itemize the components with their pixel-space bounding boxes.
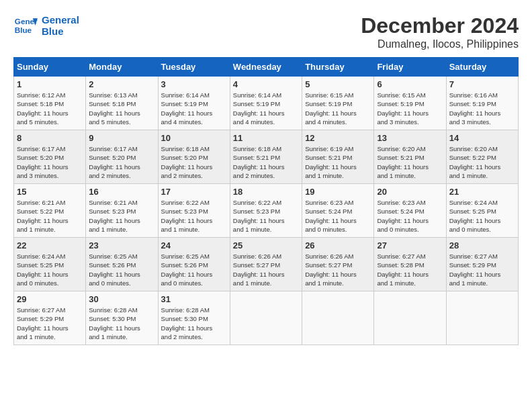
day-info: Sunrise: 6:18 AM Sunset: 5:20 PM Dayligh… [161, 144, 227, 180]
day-number: 24 [161, 240, 227, 250]
day-info: Sunrise: 6:17 AM Sunset: 5:20 PM Dayligh… [17, 144, 83, 180]
day-info: Sunrise: 6:21 AM Sunset: 5:22 PM Dayligh… [17, 198, 83, 234]
day-number: 16 [89, 187, 154, 197]
day-number: 4 [233, 79, 299, 89]
logo-blue: Blue [42, 26, 79, 37]
calendar-cell: 25Sunrise: 6:26 AM Sunset: 5:27 PM Dayli… [230, 238, 302, 291]
calendar-cell: 7Sunrise: 6:16 AM Sunset: 5:19 PM Daylig… [446, 77, 518, 130]
calendar-cell [302, 291, 374, 345]
day-number: 31 [161, 294, 227, 304]
logo: General Blue General Blue [13, 13, 79, 38]
day-number: 25 [233, 240, 299, 250]
calendar-cell: 19Sunrise: 6:23 AM Sunset: 5:24 PM Dayli… [302, 184, 374, 238]
weekday-header-tuesday: Tuesday [158, 58, 230, 77]
day-info: Sunrise: 6:26 AM Sunset: 5:27 PM Dayligh… [233, 252, 299, 287]
calendar-cell [374, 291, 446, 345]
calendar-cell: 22Sunrise: 6:24 AM Sunset: 5:25 PM Dayli… [14, 238, 86, 291]
weekday-header-thursday: Thursday [302, 58, 374, 77]
day-info: Sunrise: 6:24 AM Sunset: 5:25 PM Dayligh… [17, 252, 83, 287]
calendar-week-1: 1Sunrise: 6:12 AM Sunset: 5:18 PM Daylig… [14, 77, 519, 130]
calendar-week-4: 22Sunrise: 6:24 AM Sunset: 5:25 PM Dayli… [14, 238, 519, 291]
day-info: Sunrise: 6:27 AM Sunset: 5:29 PM Dayligh… [449, 252, 515, 287]
day-info: Sunrise: 6:25 AM Sunset: 5:26 PM Dayligh… [161, 252, 227, 287]
calendar-cell: 30Sunrise: 6:28 AM Sunset: 5:30 PM Dayli… [86, 291, 158, 345]
day-number: 18 [233, 187, 299, 197]
calendar-cell: 23Sunrise: 6:25 AM Sunset: 5:26 PM Dayli… [86, 238, 158, 291]
day-info: Sunrise: 6:26 AM Sunset: 5:27 PM Dayligh… [305, 252, 371, 287]
day-number: 13 [377, 133, 443, 143]
day-number: 1 [17, 79, 83, 89]
calendar-cell: 16Sunrise: 6:21 AM Sunset: 5:23 PM Dayli… [86, 184, 158, 238]
day-number: 21 [449, 187, 515, 197]
day-number: 26 [305, 240, 371, 250]
weekday-header-friday: Friday [374, 58, 446, 77]
day-info: Sunrise: 6:15 AM Sunset: 5:19 PM Dayligh… [377, 91, 443, 126]
day-number: 15 [17, 187, 83, 197]
day-info: Sunrise: 6:13 AM Sunset: 5:18 PM Dayligh… [89, 91, 154, 126]
day-info: Sunrise: 6:17 AM Sunset: 5:20 PM Dayligh… [89, 144, 154, 180]
calendar-table: SundayMondayTuesdayWednesdayThursdayFrid… [13, 57, 519, 345]
calendar-cell: 13Sunrise: 6:20 AM Sunset: 5:21 PM Dayli… [374, 130, 446, 184]
calendar-cell: 8Sunrise: 6:17 AM Sunset: 5:20 PM Daylig… [14, 130, 86, 184]
day-number: 8 [17, 133, 83, 143]
day-info: Sunrise: 6:25 AM Sunset: 5:26 PM Dayligh… [89, 252, 154, 287]
day-number: 22 [17, 240, 83, 250]
logo-icon: General Blue [13, 13, 38, 38]
calendar-cell: 31Sunrise: 6:28 AM Sunset: 5:30 PM Dayli… [158, 291, 230, 345]
calendar-cell: 28Sunrise: 6:27 AM Sunset: 5:29 PM Dayli… [446, 238, 518, 291]
day-info: Sunrise: 6:18 AM Sunset: 5:21 PM Dayligh… [233, 144, 299, 180]
calendar-cell [446, 291, 518, 345]
day-info: Sunrise: 6:15 AM Sunset: 5:19 PM Dayligh… [305, 91, 371, 126]
calendar-cell [230, 291, 302, 345]
calendar-cell: 17Sunrise: 6:22 AM Sunset: 5:23 PM Dayli… [158, 184, 230, 238]
calendar-cell: 6Sunrise: 6:15 AM Sunset: 5:19 PM Daylig… [374, 77, 446, 130]
weekday-header-saturday: Saturday [446, 58, 518, 77]
calendar-week-2: 8Sunrise: 6:17 AM Sunset: 5:20 PM Daylig… [14, 130, 519, 184]
calendar-cell: 10Sunrise: 6:18 AM Sunset: 5:20 PM Dayli… [158, 130, 230, 184]
day-info: Sunrise: 6:27 AM Sunset: 5:28 PM Dayligh… [377, 252, 443, 287]
day-number: 9 [89, 133, 154, 143]
calendar-cell: 20Sunrise: 6:23 AM Sunset: 5:24 PM Dayli… [374, 184, 446, 238]
day-number: 17 [161, 187, 227, 197]
calendar-cell: 4Sunrise: 6:14 AM Sunset: 5:19 PM Daylig… [230, 77, 302, 130]
location-title: Dumalneg, Ilocos, Philippines [361, 38, 519, 50]
day-number: 2 [89, 79, 154, 89]
calendar-cell: 18Sunrise: 6:22 AM Sunset: 5:23 PM Dayli… [230, 184, 302, 238]
day-info: Sunrise: 6:22 AM Sunset: 5:23 PM Dayligh… [161, 198, 227, 234]
calendar-cell: 1Sunrise: 6:12 AM Sunset: 5:18 PM Daylig… [14, 77, 86, 130]
day-number: 14 [449, 133, 515, 143]
svg-text:Blue: Blue [15, 26, 32, 34]
weekday-header-monday: Monday [86, 58, 158, 77]
weekday-header-wednesday: Wednesday [230, 58, 302, 77]
day-info: Sunrise: 6:21 AM Sunset: 5:23 PM Dayligh… [89, 198, 154, 234]
calendar-cell: 27Sunrise: 6:27 AM Sunset: 5:28 PM Dayli… [374, 238, 446, 291]
day-info: Sunrise: 6:28 AM Sunset: 5:30 PM Dayligh… [161, 306, 227, 341]
calendar-cell: 24Sunrise: 6:25 AM Sunset: 5:26 PM Dayli… [158, 238, 230, 291]
day-info: Sunrise: 6:14 AM Sunset: 5:19 PM Dayligh… [233, 91, 299, 126]
day-number: 28 [449, 240, 515, 250]
calendar-cell: 12Sunrise: 6:19 AM Sunset: 5:21 PM Dayli… [302, 130, 374, 184]
day-number: 11 [233, 133, 299, 143]
day-info: Sunrise: 6:22 AM Sunset: 5:23 PM Dayligh… [233, 198, 299, 234]
calendar-cell: 29Sunrise: 6:27 AM Sunset: 5:29 PM Dayli… [14, 291, 86, 345]
day-number: 3 [161, 79, 227, 89]
day-number: 30 [89, 294, 154, 304]
day-number: 27 [377, 240, 443, 250]
day-info: Sunrise: 6:28 AM Sunset: 5:30 PM Dayligh… [89, 306, 154, 341]
day-info: Sunrise: 6:27 AM Sunset: 5:29 PM Dayligh… [17, 306, 83, 341]
calendar-cell: 3Sunrise: 6:14 AM Sunset: 5:19 PM Daylig… [158, 77, 230, 130]
day-info: Sunrise: 6:14 AM Sunset: 5:19 PM Dayligh… [161, 91, 227, 126]
day-info: Sunrise: 6:23 AM Sunset: 5:24 PM Dayligh… [305, 198, 371, 234]
day-info: Sunrise: 6:16 AM Sunset: 5:19 PM Dayligh… [449, 91, 515, 126]
title-area: December 2024 Dumalneg, Ilocos, Philippi… [361, 13, 519, 50]
calendar-cell: 5Sunrise: 6:15 AM Sunset: 5:19 PM Daylig… [302, 77, 374, 130]
day-number: 10 [161, 133, 227, 143]
day-info: Sunrise: 6:20 AM Sunset: 5:22 PM Dayligh… [449, 144, 515, 180]
month-title: December 2024 [361, 13, 519, 38]
logo-general: General [42, 14, 79, 26]
day-info: Sunrise: 6:20 AM Sunset: 5:21 PM Dayligh… [377, 144, 443, 180]
calendar-cell: 2Sunrise: 6:13 AM Sunset: 5:18 PM Daylig… [86, 77, 158, 130]
day-number: 20 [377, 187, 443, 197]
day-number: 12 [305, 133, 371, 143]
calendar-week-3: 15Sunrise: 6:21 AM Sunset: 5:22 PM Dayli… [14, 184, 519, 238]
